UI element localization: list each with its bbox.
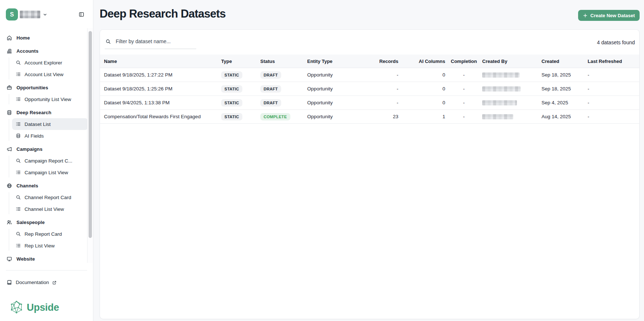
cell-completion: - — [446, 72, 482, 78]
sidebar-scrollbar-thumb[interactable] — [89, 31, 92, 238]
workspace-name-redacted[interactable] — [20, 11, 40, 18]
sidebar-item-campaign-list-view[interactable]: Campaign List View — [12, 167, 88, 178]
sidebar-item-website[interactable]: Website — [0, 253, 93, 265]
cell-records: 23 — [355, 114, 399, 119]
sidebar-item-channels[interactable]: Channels — [0, 180, 93, 191]
column-header-type[interactable]: Type — [221, 59, 260, 64]
sidebar-item-opportunities[interactable]: Opportunities — [0, 82, 93, 93]
cell-records: - — [355, 86, 399, 92]
created-by-redacted — [482, 100, 517, 105]
cell-entity-type: Opportunity — [307, 114, 355, 119]
cell-completion: - — [446, 86, 482, 92]
dataset-filter-input[interactable]: Filter by dataset name... — [105, 30, 196, 49]
search-icon — [105, 39, 111, 44]
sidebar-subgroup-opportunities: Opportunity List View — [0, 93, 93, 105]
monitor-icon — [7, 256, 12, 262]
column-header-completion[interactable]: Completion — [446, 59, 482, 64]
cell-completion: - — [446, 100, 482, 105]
sidebar-item-campaign-report-c[interactable]: Campaign Report C... — [12, 155, 88, 167]
cell-type: STATIC — [221, 85, 260, 93]
sidebar-subgroup-accounts: Account ExplorerAccount List View — [0, 57, 93, 80]
chevron-down-icon[interactable] — [42, 12, 48, 17]
list-icon — [16, 97, 21, 102]
table-row[interactable]: Compensation/Total Rewards First Engaged… — [100, 110, 639, 124]
list-icon — [16, 122, 21, 127]
column-header-status[interactable]: Status — [260, 59, 307, 64]
sidebar-item-dataset-list[interactable]: Dataset List — [12, 118, 88, 130]
status-badge: DRAFT — [260, 99, 281, 107]
column-header-name[interactable]: Name — [104, 59, 221, 64]
datasets-card: Filter by dataset name... 4 datasets fou… — [100, 29, 640, 319]
cell-type: STATIC — [221, 99, 260, 107]
cell-created-by — [482, 114, 541, 119]
column-header-last-refreshed[interactable]: Last Refreshed — [588, 59, 639, 64]
cell-records: - — [355, 100, 399, 105]
type-badge: STATIC — [221, 85, 242, 93]
tree-guide-line — [9, 57, 9, 79]
sidebar-item-rep-list-view[interactable]: Rep List View — [12, 240, 88, 251]
sidebar-item-salespeople[interactable]: Salespeople — [0, 216, 93, 228]
sidebar-item-home[interactable]: Home — [0, 32, 93, 44]
sidebar-item-accounts[interactable]: Accounts — [0, 45, 93, 57]
table-row[interactable]: Dataset 9/18/2025, 1:27:22 PMSTATICDRAFT… — [100, 68, 639, 82]
globe-icon — [7, 183, 12, 189]
building-icon — [7, 48, 12, 54]
type-badge: STATIC — [221, 71, 242, 79]
home-icon — [7, 35, 12, 41]
sidebar-item-deep-research[interactable]: Deep Research — [0, 107, 93, 118]
filters-bar: Filter by dataset name... 4 datasets fou… — [100, 30, 639, 55]
cell-ai-columns: 0 — [399, 72, 446, 78]
megaphone-icon — [7, 146, 12, 152]
table-row[interactable]: Dataset 9/4/2025, 1:13:38 PMSTATICDRAFTO… — [100, 96, 639, 110]
cell-name: Dataset 9/18/2025, 1:25:26 PM — [104, 86, 221, 92]
column-header-records[interactable]: Records — [355, 59, 399, 64]
sidebar-item-channel-list-view[interactable]: Channel List View — [12, 203, 88, 215]
sidebar-collapse-icon[interactable] — [79, 12, 84, 17]
sidebar-item-campaigns[interactable]: Campaigns — [0, 143, 93, 155]
create-new-dataset-button[interactable]: Create New Dataset — [578, 10, 640, 21]
cell-created: Sep 18, 2025 — [541, 86, 588, 92]
cell-status: DRAFT — [260, 71, 307, 79]
cell-last-refreshed: - — [588, 86, 639, 92]
workspace-logo[interactable]: S — [6, 8, 18, 20]
type-badge: STATIC — [221, 99, 242, 107]
sidebar-item-channel-report-card[interactable]: Channel Report Card — [12, 191, 88, 203]
list-icon — [16, 243, 21, 248]
cell-ai-columns: 0 — [399, 86, 446, 92]
tree-guide-line — [9, 229, 9, 251]
cell-ai-columns: 1 — [399, 114, 446, 119]
sidebar-subgroup-salespeople: Rep Report CardRep List View — [0, 228, 93, 251]
column-header-ai-columns[interactable]: AI Columns — [399, 59, 446, 64]
sidebar-item-account-explorer[interactable]: Account Explorer — [12, 57, 88, 68]
cell-last-refreshed: - — [588, 114, 639, 119]
book-icon — [7, 280, 12, 285]
sidebar: S HomeAccountsAccount ExplorerAccount Li… — [0, 0, 93, 321]
sidebar-item-opportunity-list-view[interactable]: Opportunity List View — [12, 93, 88, 105]
sidebar-scrollbar[interactable] — [87, 28, 93, 263]
page-title: Deep Research Datasets — [100, 8, 226, 20]
table-header-row: NameTypeStatusEntity TypeRecordsAI Colum… — [100, 55, 639, 68]
sidebar-item-rep-report-card[interactable]: Rep Report Card — [12, 228, 88, 240]
results-count: 4 datasets found — [597, 40, 635, 45]
column-header-entity-type[interactable]: Entity Type — [307, 59, 355, 64]
upside-logo-icon — [10, 301, 23, 314]
cell-type: STATIC — [221, 113, 260, 120]
database-icon — [7, 110, 12, 115]
app-root: S HomeAccountsAccount ExplorerAccount Li… — [0, 0, 644, 321]
sidebar-item-documentation[interactable]: Documentation — [0, 276, 93, 288]
column-header-created-by[interactable]: Created By — [482, 59, 541, 64]
created-by-redacted — [482, 114, 513, 119]
status-badge: DRAFT — [260, 85, 281, 93]
cell-last-refreshed: - — [588, 72, 639, 78]
sidebar-item-ai-fields[interactable]: AI Fields — [12, 130, 88, 142]
cell-records: - — [355, 72, 399, 78]
cell-created: Sep 4, 2025 — [541, 100, 588, 105]
create-button-label: Create New Dataset — [591, 13, 635, 18]
datasets-table: NameTypeStatusEntity TypeRecordsAI Colum… — [100, 55, 639, 124]
column-header-created[interactable]: Created — [541, 59, 588, 64]
table-row[interactable]: Dataset 9/18/2025, 1:25:26 PMSTATICDRAFT… — [100, 82, 639, 96]
cell-created: Aug 14, 2025 — [541, 114, 588, 119]
sidebar-item-account-list-view[interactable]: Account List View — [12, 68, 88, 80]
cell-status: COMPLETE — [260, 113, 307, 120]
search-icon — [16, 60, 21, 65]
